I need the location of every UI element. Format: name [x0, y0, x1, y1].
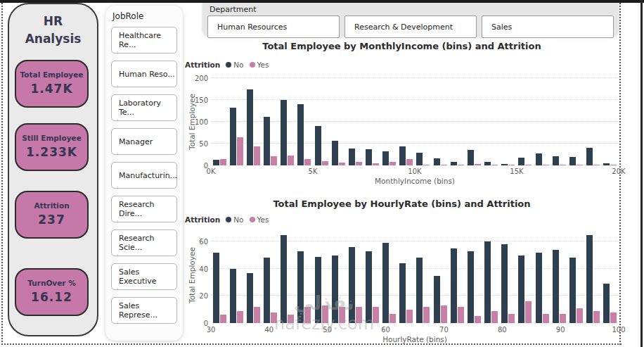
bar-no[interactable] [247, 89, 253, 166]
department-option[interactable]: Human Resources [207, 15, 340, 38]
bar-no[interactable] [553, 156, 559, 165]
department-option[interactable]: Research & Development [344, 15, 477, 38]
bar-yes[interactable] [525, 301, 532, 323]
jobrole-item[interactable]: Manufacturin... [111, 162, 177, 189]
bar-no[interactable] [332, 255, 338, 323]
bar-no[interactable] [468, 251, 474, 323]
bar-no[interactable] [468, 150, 474, 165]
bar-yes[interactable] [593, 311, 600, 323]
bar-no[interactable] [518, 255, 524, 323]
bar-yes[interactable] [577, 308, 583, 323]
bar-yes[interactable] [543, 165, 549, 166]
bar-yes[interactable] [458, 307, 464, 323]
jobrole-item[interactable]: Sales Executive [111, 263, 177, 290]
bar-no[interactable] [603, 163, 610, 165]
bar-yes[interactable] [322, 305, 328, 323]
bar-yes[interactable] [237, 137, 243, 165]
department-option[interactable]: Sales [482, 15, 614, 38]
bar-no[interactable] [213, 253, 219, 323]
jobrole-item[interactable]: Research Scie... [111, 229, 177, 256]
bar-yes[interactable] [458, 165, 464, 166]
bar-no[interactable] [569, 157, 576, 165]
bar-yes[interactable] [560, 314, 566, 324]
bar-yes[interactable] [304, 307, 311, 323]
bar-no[interactable] [536, 153, 542, 165]
bar-no[interactable] [586, 235, 593, 323]
bar-yes[interactable] [254, 307, 260, 323]
bar-yes[interactable] [610, 313, 617, 323]
bar-no[interactable] [501, 244, 508, 323]
bar-yes[interactable] [271, 313, 277, 323]
bar-no[interactable] [553, 250, 559, 323]
jobrole-item[interactable]: Human Reso... [111, 61, 177, 87]
bar-no[interactable] [332, 141, 338, 165]
bar-yes[interactable] [271, 156, 277, 165]
legend-item-no[interactable]: No [226, 61, 243, 69]
legend-item-yes[interactable]: Yes [250, 61, 269, 69]
jobrole-item[interactable]: Laboratory Te... [111, 94, 177, 121]
bar-no[interactable] [281, 235, 287, 323]
bar-no[interactable] [349, 247, 355, 323]
bar-yes[interactable] [373, 163, 379, 165]
legend-item-no[interactable]: No [226, 215, 243, 224]
bar-no[interactable] [434, 158, 440, 165]
bar-no[interactable] [366, 149, 372, 165]
bar-yes[interactable] [237, 311, 243, 323]
bar-no[interactable] [297, 104, 304, 165]
bar-yes[interactable] [356, 307, 362, 323]
bar-yes[interactable] [491, 311, 498, 323]
bar-no[interactable] [416, 258, 423, 323]
bar-no[interactable] [451, 248, 457, 323]
bar-yes[interactable] [525, 165, 532, 166]
bar-no[interactable] [213, 160, 219, 165]
legend-item-yes[interactable]: Yes [250, 215, 269, 224]
bar-yes[interactable] [288, 315, 294, 323]
jobrole-item[interactable]: Sales Represe... [111, 297, 177, 324]
bar-yes[interactable] [288, 156, 294, 165]
bar-no[interactable] [434, 276, 440, 324]
bar-yes[interactable] [441, 165, 447, 166]
bar-yes[interactable] [339, 163, 345, 165]
bar-yes[interactable] [475, 316, 481, 323]
bar-no[interactable] [281, 100, 287, 165]
bar-yes[interactable] [423, 307, 430, 323]
bar-no[interactable] [382, 243, 389, 323]
bar-no[interactable] [484, 162, 491, 165]
bar-no[interactable] [264, 258, 270, 323]
bar-no[interactable] [297, 251, 304, 323]
bar-yes[interactable] [304, 159, 311, 165]
jobrole-item[interactable]: Manager [111, 128, 177, 155]
bar-no[interactable] [230, 108, 236, 165]
bar-no[interactable] [586, 148, 593, 165]
bar-yes[interactable] [389, 162, 396, 165]
bar-yes[interactable] [423, 165, 430, 166]
bar-no[interactable] [501, 164, 508, 165]
bar-yes[interactable] [373, 307, 379, 323]
bar-yes[interactable] [220, 315, 226, 323]
jobrole-item[interactable]: Healthcare Re... [111, 27, 177, 53]
bar-no[interactable] [451, 162, 457, 165]
bar-no[interactable] [230, 269, 236, 323]
bar-no[interactable] [536, 253, 542, 323]
bar-yes[interactable] [254, 146, 260, 165]
jobrole-item[interactable]: Research Dire... [111, 196, 177, 222]
bar-no[interactable] [518, 158, 524, 165]
bar-no[interactable] [366, 251, 372, 323]
bar-yes[interactable] [441, 305, 447, 323]
bar-no[interactable] [315, 126, 321, 165]
bar-yes[interactable] [560, 165, 566, 166]
bar-no[interactable] [382, 151, 389, 165]
bar-no[interactable] [484, 241, 491, 323]
bar-yes[interactable] [491, 165, 498, 166]
bar-no[interactable] [399, 263, 406, 323]
bar-yes[interactable] [339, 307, 345, 323]
bar-yes[interactable] [593, 165, 600, 166]
bar-yes[interactable] [220, 159, 226, 165]
bar-yes[interactable] [322, 161, 328, 165]
bar-no[interactable] [247, 273, 253, 323]
bar-yes[interactable] [406, 159, 413, 165]
bar-no[interactable] [399, 146, 406, 165]
bar-no[interactable] [569, 258, 576, 323]
bar-yes[interactable] [610, 165, 617, 166]
bar-no[interactable] [264, 117, 270, 165]
